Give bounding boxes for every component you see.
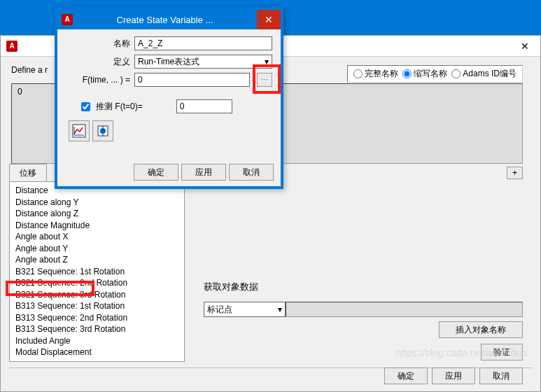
definition-select[interactable]: Run-Time表达式 ▾: [134, 55, 272, 69]
dialog-title-bar: A Create State Variable ... ✕: [57, 10, 281, 29]
function-builder-button[interactable]: ⋯: [257, 73, 272, 87]
dialog-buttons: 确定 应用 取消: [134, 164, 274, 181]
list-item[interactable]: Distance along Y: [10, 197, 184, 209]
radio-short-name[interactable]: 缩写名称: [402, 68, 447, 80]
chevron-down-icon: ▾: [278, 304, 282, 314]
list-item[interactable]: Modal Displacement: [10, 346, 184, 358]
ok-button[interactable]: 确定: [134, 164, 178, 181]
list-item[interactable]: B313 Sequence: 1st Rotation: [10, 300, 184, 312]
ftime-label: F(time, ... ) =: [66, 75, 130, 85]
name-display-radios: 完整名称 缩写名称 Adams ID编号: [347, 65, 523, 83]
insert-object-name-button[interactable]: 插入对象名称: [439, 321, 523, 338]
list-item[interactable]: Angle about X: [10, 231, 184, 243]
radio-adams-id[interactable]: Adams ID编号: [451, 68, 517, 80]
svg-point-4: [100, 128, 106, 134]
define-label: Define a r: [11, 65, 48, 75]
cancel-button[interactable]: 取消: [229, 164, 274, 181]
app-icon: A: [6, 41, 17, 52]
list-item[interactable]: B321 Sequence: 3rd Rotation: [10, 289, 184, 301]
list-item[interactable]: Angle about Y: [10, 243, 184, 255]
add-tab-button[interactable]: +: [507, 167, 523, 179]
name-label: 名称: [66, 38, 130, 50]
chevron-down-icon: ▾: [265, 57, 269, 66]
measure-list[interactable]: Distance Distance along Y Distance along…: [9, 181, 185, 362]
app-icon: A: [62, 14, 73, 25]
icon-buttons: [69, 120, 272, 141]
cancel-button[interactable]: 取消: [479, 368, 523, 384]
close-icon[interactable]: ✕: [515, 39, 535, 53]
main-dialog-buttons: 确定 应用 取消: [384, 368, 523, 384]
apply-button[interactable]: 应用: [432, 368, 475, 384]
list-item[interactable]: B313 Sequence: 2nd Rotation: [10, 312, 184, 324]
ftime-value: 0: [138, 75, 143, 85]
select-value: 标记点: [207, 304, 232, 316]
object-data-label: 获取对象数据: [204, 281, 258, 293]
list-item[interactable]: Distance Magnitude: [10, 220, 184, 232]
object-data-row: 标记点 ▾: [204, 302, 523, 317]
list-item[interactable]: Included Angle: [10, 335, 184, 347]
list-item[interactable]: Distance along Z: [10, 208, 184, 220]
name-input[interactable]: [134, 36, 272, 50]
radio-label: Adams ID编号: [463, 68, 517, 80]
tab-displacement[interactable]: 位移: [9, 164, 47, 182]
guess-label: 推测 F(t=0)=: [96, 101, 143, 113]
guess-row: 推测 F(t=0)=: [66, 99, 272, 113]
list-item[interactable]: Angle about Z: [10, 254, 184, 266]
dialog-title: Create State Variable ...: [73, 15, 257, 25]
apply-button[interactable]: 应用: [181, 164, 226, 181]
expression-text: 0: [17, 87, 22, 97]
object-type-select[interactable]: 标记点 ▾: [204, 302, 286, 317]
list-item[interactable]: B313 Sequence: 3rd Rotation: [10, 323, 184, 335]
object-name-input[interactable]: [286, 302, 523, 317]
list-item[interactable]: B321 Sequence: 1st Rotation: [10, 266, 184, 278]
list-item[interactable]: B321 Sequence: 2nd Rotation: [10, 277, 184, 289]
units-icon[interactable]: [92, 120, 113, 141]
definition-label: 定义: [66, 56, 130, 68]
close-icon[interactable]: ✕: [257, 10, 281, 29]
select-value: Run-Time表达式: [138, 56, 199, 68]
guess-checkbox[interactable]: [81, 102, 90, 111]
radio-label: 完整名称: [365, 68, 398, 80]
name-row: 名称: [66, 36, 272, 50]
ftime-input[interactable]: 0: [134, 73, 250, 87]
guess-input[interactable]: [176, 99, 232, 113]
ftime-row: F(time, ... ) = 0 ⋯: [66, 73, 272, 87]
dialog-body: 名称 定义 Run-Time表达式 ▾ F(time, ... ) = 0 ⋯ …: [57, 29, 281, 186]
watermark: https://blog.csdn.net/antanhua: [395, 347, 527, 358]
ok-button[interactable]: 确定: [384, 368, 428, 384]
radio-full-name[interactable]: 完整名称: [353, 68, 398, 80]
create-state-variable-dialog: A Create State Variable ... ✕ 名称 定义 Run-…: [55, 7, 283, 189]
definition-row: 定义 Run-Time表达式 ▾: [66, 55, 272, 69]
radio-label: 缩写名称: [414, 68, 447, 80]
plot-icon[interactable]: [69, 120, 90, 141]
